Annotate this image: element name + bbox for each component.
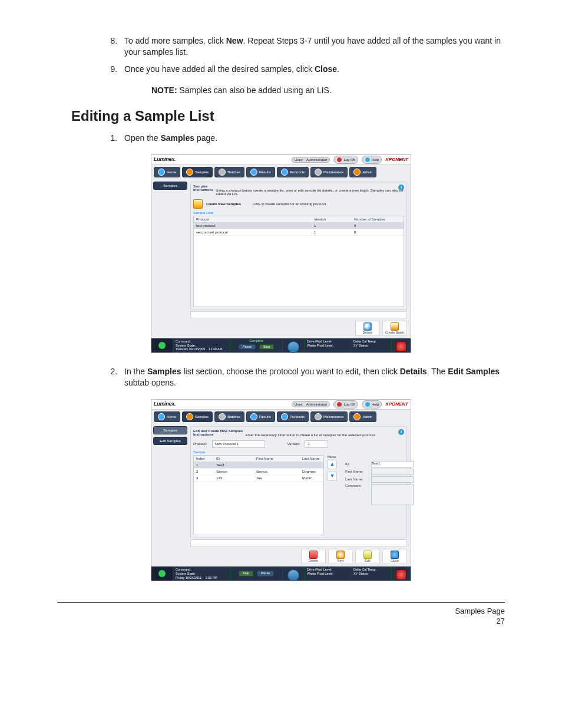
tab-samples[interactable]: Samples <box>182 411 213 422</box>
table-row[interactable]: test protocol10 <box>194 223 404 229</box>
sample-fieldset-label: Sample <box>193 450 404 454</box>
move-label: Move <box>328 455 404 459</box>
edit-step-1: Open the Samples page. <box>120 133 505 144</box>
logoff-button[interactable]: Log Off <box>333 400 358 409</box>
status-bar: Command: System State: Friday 10/14/2011… <box>151 566 411 581</box>
help-button[interactable]: Help <box>362 400 382 409</box>
screenshot-samples-page: Luminex. User: Administrator Log Off Hel… <box>151 154 411 354</box>
tab-results[interactable]: Results <box>246 167 275 177</box>
table-row[interactable]: second test protocol10 <box>194 229 404 236</box>
tab-admin[interactable]: Admin <box>349 411 376 422</box>
create-batch-button[interactable]: Create Batch <box>382 321 407 337</box>
col-last[interactable]: Last Name <box>300 456 323 462</box>
edit-button[interactable]: Edit <box>355 549 380 565</box>
tab-samples[interactable]: Samples <box>182 167 213 177</box>
tab-results[interactable]: Results <box>246 411 275 422</box>
tab-batches[interactable]: Batches <box>214 411 244 422</box>
power-button[interactable] <box>396 341 406 352</box>
help-button[interactable]: Help <box>362 156 382 164</box>
sidebar-edit-samples[interactable]: Edit Samples <box>153 437 187 445</box>
eject-button[interactable] <box>287 341 299 353</box>
logoff-button[interactable]: Log Off <box>333 156 358 164</box>
stop-button[interactable]: Stop <box>239 571 253 577</box>
protocol-value: New Protocol 1 <box>212 440 265 448</box>
tab-admin[interactable]: Admin <box>349 167 376 177</box>
create-hint: Click to create samples for an existing … <box>253 202 327 206</box>
user-indicator: User: Administrator <box>292 401 330 407</box>
tab-maintenance[interactable]: Maintenance <box>310 411 348 422</box>
id-field[interactable]: Test1 <box>371 461 414 467</box>
screenshot-edit-samples: Luminex. User: Administrator Log Off Hel… <box>151 399 411 582</box>
col-id[interactable]: ID <box>214 456 254 462</box>
protocol-label: Protocol: <box>193 442 207 446</box>
table-row[interactable]: 3123JoePublic <box>194 475 323 482</box>
col-version[interactable]: Version <box>312 216 352 222</box>
page-footer: Samples Page 27 <box>57 602 505 627</box>
power-button[interactable] <box>396 569 406 580</box>
version-value: 1 <box>305 440 328 448</box>
panel-instructions-label: Instructions <box>193 188 213 192</box>
panel-instructions-text: Using a protocol below, create a sample … <box>216 185 404 196</box>
brand-logo: Luminex. <box>154 401 176 407</box>
sidebar-samples[interactable]: Samples <box>153 182 187 190</box>
sample-lists-grid: Protocol Version Number of Samples test … <box>193 216 404 307</box>
panel-instructions-text: Enter the necessary information to creat… <box>245 429 404 437</box>
tab-protocols[interactable]: Protocols <box>277 167 309 177</box>
info-icon[interactable]: i <box>398 185 404 190</box>
version-label: Version: <box>287 442 300 446</box>
table-row[interactable]: 2SemusSemusDogman <box>194 469 323 475</box>
pause-button[interactable]: Pause <box>239 344 256 350</box>
tab-home[interactable]: Home <box>154 167 180 177</box>
tab-home[interactable]: Home <box>154 411 180 422</box>
create-samples-icon <box>193 199 203 209</box>
xponent-logo: XPONENT <box>385 402 408 407</box>
step-8: To add more samples, click New. Repeat S… <box>120 35 505 58</box>
edit-step-2: In the Samples list section, choose the … <box>120 366 505 388</box>
pause-button[interactable]: Pause <box>257 571 275 577</box>
sample-lists-label: Sample Lists <box>193 211 404 215</box>
col-first[interactable]: First Name <box>254 456 300 462</box>
details-button[interactable]: Details <box>355 321 380 337</box>
table-row[interactable]: 1Test1 <box>194 462 323 469</box>
xponent-logo: XPONENT <box>385 157 408 162</box>
panel-title: Edit and Create New Samples <box>193 429 243 433</box>
tab-maintenance[interactable]: Maintenance <box>310 167 348 177</box>
panel-instructions-label: Instructions <box>193 433 243 436</box>
firstname-field[interactable] <box>371 469 414 475</box>
status-led <box>151 338 173 353</box>
move-up-button[interactable]: ▲ <box>328 460 337 469</box>
user-indicator: User: Administrator <box>292 157 330 163</box>
eject-button[interactable] <box>287 569 299 581</box>
tab-batches[interactable]: Batches <box>214 167 244 177</box>
col-index[interactable]: Index <box>194 456 214 462</box>
status-bar: Command: System State: Tuesday 10/13/200… <box>151 338 411 353</box>
sidebar-samples[interactable]: Samples <box>153 426 187 434</box>
col-protocol[interactable]: Protocol <box>194 216 312 222</box>
sample-grid: Index ID First Name Last Name 1Test1 2Se… <box>193 455 324 535</box>
comment-field[interactable] <box>371 484 414 505</box>
brand-logo: Luminex. <box>154 157 176 162</box>
step-9: Once you have added all the desired samp… <box>120 64 505 75</box>
note: NOTE: Samples can also be added using an… <box>151 85 505 95</box>
info-icon[interactable]: i <box>398 429 404 435</box>
create-new-samples-button[interactable]: Create New Samples <box>206 202 241 206</box>
col-number-samples[interactable]: Number of Samples <box>352 216 404 222</box>
lastname-field[interactable] <box>371 476 414 483</box>
stop-button[interactable]: Stop <box>259 344 274 350</box>
heading-editing-sample-list: Editing a Sample List <box>71 108 505 124</box>
tab-protocols[interactable]: Protocols <box>277 411 309 422</box>
new-button[interactable]: New <box>328 549 353 565</box>
move-down-button[interactable]: ▼ <box>328 472 337 481</box>
status-led <box>151 566 173 581</box>
delete-button[interactable]: Delete <box>301 549 326 565</box>
close-button[interactable]: Close <box>382 549 407 565</box>
